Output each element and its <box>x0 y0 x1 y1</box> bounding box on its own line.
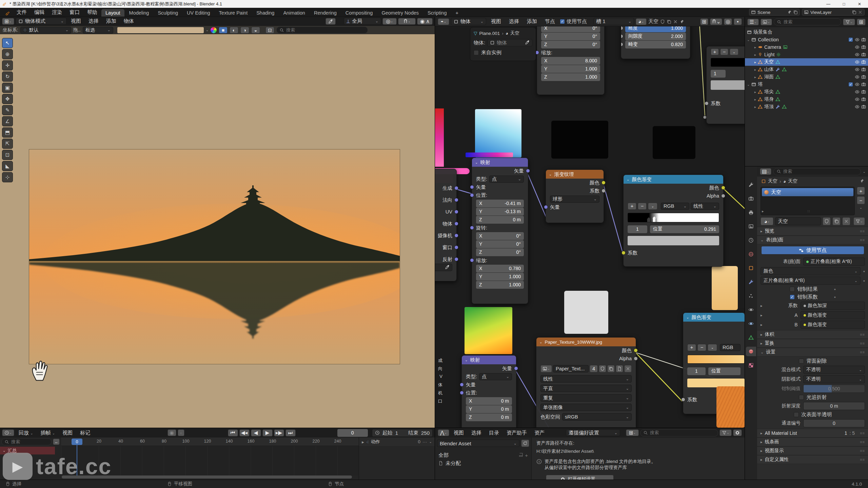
panel-line-art[interactable]: ▸线条画≡≡ <box>757 438 868 446</box>
tool-annotate[interactable]: ✎ <box>2 105 13 115</box>
node-menu-view[interactable]: 视图 <box>488 18 504 25</box>
refresh-icon[interactable] <box>521 440 529 447</box>
tool-rotate[interactable]: ↻ <box>2 72 13 82</box>
ramp-handle-dark[interactable] <box>647 217 651 222</box>
scale-x[interactable]: X8.000 <box>541 57 600 65</box>
unlink-icon[interactable] <box>624 365 632 372</box>
menu-window[interactable]: 窗口 <box>66 8 83 17</box>
ramp-gradient-bar[interactable] <box>711 58 745 67</box>
distortion[interactable]: 畸变0.820 <box>625 41 686 48</box>
hue-bar-fragment[interactable] <box>435 108 444 167</box>
tool-select-box[interactable]: ↖ <box>2 38 13 48</box>
tab-render[interactable] <box>746 194 756 203</box>
camera-visibility-icon[interactable] <box>861 60 866 64</box>
play-reverse-button[interactable]: ◀ <box>251 429 261 436</box>
hue-strip[interactable] <box>466 152 513 157</box>
options-dropdown-icon[interactable]: ⌄ <box>863 170 866 174</box>
a-field[interactable]: 颜色渐变 <box>801 311 865 319</box>
panel-preview[interactable]: ▸预览≡≡ <box>757 227 868 236</box>
snap-pivot-dropdown[interactable]: ◎⌄ <box>382 18 397 25</box>
backface-checkbox[interactable] <box>799 359 804 364</box>
object-eyedropper-field[interactable] <box>435 264 452 271</box>
copy-icon[interactable] <box>607 365 615 372</box>
panel-custom-properties[interactable]: ▸自定义属性≡≡ <box>757 455 868 464</box>
copy-material-icon[interactable] <box>832 217 841 225</box>
asset-menu-catalog[interactable]: 目录 <box>486 430 502 436</box>
users-count[interactable]: 4 <box>590 365 598 372</box>
workspace-tab-rendering[interactable]: Rendering <box>310 9 341 17</box>
interpolation-dropdown[interactable]: 线性⌄ <box>540 375 632 383</box>
add-slot-button[interactable]: + <box>857 187 865 195</box>
filter-toggle-icon[interactable]: ↔ <box>53 439 60 445</box>
loc-y[interactable]: Y0 m <box>466 405 512 413</box>
tab-physics[interactable] <box>746 305 756 314</box>
loc-y[interactable]: Y-0.13 m <box>476 208 524 216</box>
ramp-options-dropdown[interactable]: ⌄ <box>708 344 717 351</box>
shading-wire-icon[interactable]: ◒ <box>251 27 260 34</box>
object-row-sky-selected[interactable]: ▸ 天空 <box>745 58 868 66</box>
material-preview-sphere-icon[interactable] <box>211 27 217 33</box>
tab-tool[interactable] <box>746 180 756 189</box>
panel-viewport-display[interactable]: ▸视图显示≡≡ <box>757 446 868 455</box>
play-button[interactable]: ▶ <box>262 429 273 436</box>
snap-magnet-dropdown[interactable]: ⌄ <box>398 18 416 25</box>
color-picker-sv-green[interactable] <box>465 307 512 354</box>
object-row-lake[interactable]: ▸ 湖面 <box>745 73 868 81</box>
image-browse-dropdown[interactable]: ⌄ <box>540 365 552 372</box>
tab-modifiers[interactable] <box>746 277 756 287</box>
tool-transform[interactable]: ✥ <box>2 94 13 104</box>
scale-z[interactable]: Z1.000 <box>476 281 524 289</box>
filter-dropdown[interactable]: ⌄ <box>843 19 855 25</box>
slot-dropdown[interactable]: 槽 1⌄ <box>593 18 634 25</box>
add-stop-button[interactable]: + <box>687 344 696 351</box>
menu-edit[interactable]: 编辑 <box>31 8 48 17</box>
rot-z[interactable]: Z0° <box>476 248 524 256</box>
surface-shader-field[interactable]: 正片叠底(相乘 A*B) <box>803 258 865 266</box>
shading-rendered-icon[interactable]: ◑ <box>240 27 249 34</box>
workspace-tab-modeling[interactable]: Modeling <box>125 9 153 17</box>
asset-search[interactable]: 搜索 <box>640 429 718 436</box>
snap-magnet-icon[interactable]: ⌄ <box>710 18 722 25</box>
node-menu-node[interactable]: 节点 <box>542 18 558 25</box>
eye-icon[interactable] <box>855 45 860 49</box>
properties-editor[interactable]: ▤⌄ 搜索 ⌄ 天空 › ◕ 天空 天空 <box>745 166 868 480</box>
stop-index[interactable]: 1 <box>628 225 647 233</box>
fake-user-shield-icon[interactable] <box>823 217 831 225</box>
proportional-edit-dropdown[interactable]: ◉ ∧ <box>417 18 433 25</box>
exclude-checkbox[interactable]: ✓ <box>848 82 853 87</box>
workspace-tab-sculpting[interactable]: Sculpting <box>154 9 182 17</box>
menu-render[interactable]: 渲染 <box>48 8 66 17</box>
settings-gear-icon[interactable] <box>733 429 742 436</box>
editor-type-dropdown[interactable]: ⌄ <box>2 429 14 436</box>
remove-stop-button[interactable]: − <box>697 344 706 351</box>
shader-editor[interactable]: ◓⌄ 物体⌄ 视图 选择 添加 节点 ✓ 使用节点 槽 1⌄ ◕⌄ 天空 ⊞ ⌄… <box>435 17 745 428</box>
panel-surface[interactable]: ⌄表(曲)面≡≡ <box>757 236 868 244</box>
viewport-3d[interactable]: ⊞⌄ 物体模式⌄ 视图 选择 添加 物体 ⟂ 全局⌄ ◎⌄ ⌄ ◉ ∧ 坐标系:… <box>0 17 435 428</box>
tab-object[interactable] <box>746 263 756 273</box>
asset-menu-view[interactable]: 视图 <box>451 430 467 436</box>
eye-icon[interactable] <box>855 60 860 64</box>
swatch-dropdown-icon[interactable]: ⌄ <box>206 28 209 32</box>
display-mode-dropdown[interactable]: ☰⌄ <box>747 19 759 25</box>
clamp-result-checkbox[interactable] <box>790 287 795 292</box>
tab-world[interactable] <box>746 249 756 259</box>
tab-particles[interactable] <box>746 291 756 301</box>
editor-type-dropdown[interactable]: ⊞⌄ <box>2 18 14 25</box>
viewport-search[interactable]: 搜索 <box>276 26 368 34</box>
unlink-material-icon[interactable] <box>673 19 678 24</box>
loc-x[interactable]: X0 m <box>466 397 512 405</box>
lacunarity[interactable]: 间隙度2.000 <box>625 33 686 40</box>
workspace-tab-layout[interactable]: Layout <box>101 9 124 17</box>
workspace-add-tab[interactable]: + <box>451 9 462 17</box>
mode-dropdown[interactable]: 物体模式⌄ <box>16 18 66 25</box>
material-slot-selected[interactable]: 天空 <box>762 188 853 196</box>
node-menu-select[interactable]: 选择 <box>506 18 522 25</box>
gradient-type-dropdown[interactable]: 球形⌄ <box>550 196 599 203</box>
panel-material-list[interactable]: ▸All Material List 1 : 5≡≡ <box>757 429 868 438</box>
b-field[interactable]: 颜色渐变 <box>801 321 865 329</box>
stop-index[interactable]: 1 <box>687 367 706 375</box>
slot-specials-dropdown[interactable]: ⌄ <box>857 206 865 209</box>
tool-knife[interactable]: ⊹ <box>2 172 13 182</box>
new-collection-icon[interactable]: ⊞ <box>857 19 866 25</box>
maximize-button[interactable]: □ <box>837 2 850 6</box>
